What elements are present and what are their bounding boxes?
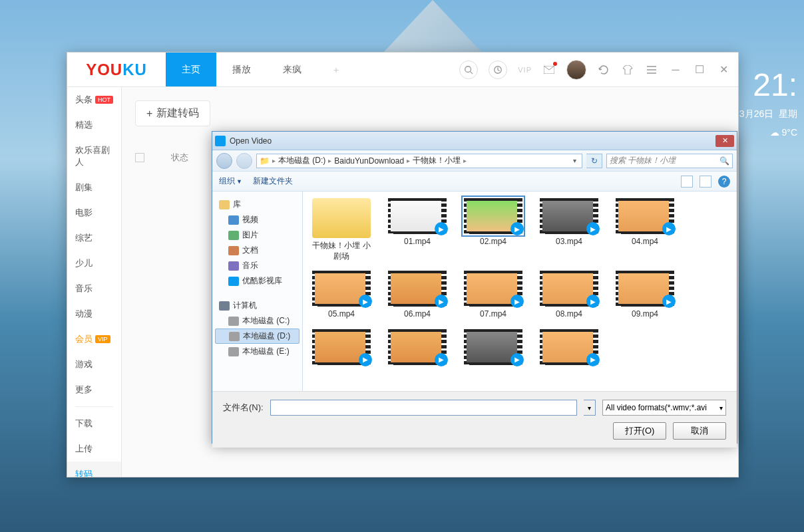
filename-dropdown[interactable]: ▾ [584, 400, 596, 416]
sidebar-item-kids[interactable]: 少儿 [67, 251, 121, 276]
dialog-footer: 文件名(N): ▾ All video formats(*.wmv;*.avi▾… [212, 391, 737, 448]
play-badge-icon: ▶ [586, 222, 600, 235]
tree-music[interactable]: 音乐 [215, 258, 300, 273]
file-item[interactable]: ▶06.mp4 [385, 271, 449, 320]
play-badge-icon: ▶ [435, 295, 448, 308]
filename-input[interactable] [270, 400, 577, 416]
tree-library[interactable]: 库 [215, 197, 300, 212]
sidebar-item-game[interactable]: 游戏 [67, 352, 121, 377]
sidebar-item-more[interactable]: 更多 [67, 377, 121, 402]
svg-point-0 [465, 66, 471, 72]
refresh-icon[interactable] [597, 63, 610, 76]
history-button[interactable] [489, 61, 507, 79]
file-item[interactable]: ▶07.mp4 [461, 271, 525, 320]
dialog-app-icon [215, 136, 226, 146]
file-item[interactable]: ▶ [461, 329, 525, 368]
file-item[interactable]: ▶08.mp4 [537, 271, 601, 320]
tab-home[interactable]: 主页 [166, 53, 216, 86]
dialog-navigation-bar: 📁 ▸ 本地磁盘 (D:) ▸ BaiduYunDownload ▸ 干物妹！小… [212, 150, 737, 172]
dialog-toolbar: 组织▼ 新建文件夹 ? [212, 172, 737, 192]
close-button[interactable]: ✕ [717, 63, 730, 76]
new-transcode-button[interactable]: +新建转码 [135, 100, 210, 126]
tree-computer[interactable]: 计算机 [215, 298, 300, 313]
play-badge-icon: ▶ [510, 295, 524, 308]
file-item[interactable]: ▶05.mp4 [309, 271, 373, 320]
youku-logo[interactable]: YOUKU [67, 61, 166, 79]
tab-laifeng[interactable]: 来疯 [267, 53, 317, 86]
youku-titlebar: YOUKU 主页 播放 来疯 + VIP ─ ☐ ✕ [67, 53, 738, 87]
breadcrumb-path[interactable]: 📁 ▸ 本地磁盘 (D:) ▸ BaiduYunDownload ▸ 干物妹！小… [256, 154, 582, 168]
sidebar-item-member[interactable]: 会员VIP [67, 327, 121, 352]
shirt-icon[interactable] [621, 63, 634, 76]
clock-time: 21: [739, 66, 797, 103]
breadcrumb-dropdown[interactable]: ▾ [570, 157, 579, 164]
sidebar-item-variety[interactable]: 综艺 [67, 225, 121, 251]
tree-youku-library[interactable]: 优酷影视库 [215, 273, 300, 289]
breadcrumb-item[interactable]: BaiduYunDownload [334, 156, 404, 166]
tree-document[interactable]: 文档 [215, 243, 300, 258]
organize-menu[interactable]: 组织▼ [219, 176, 242, 187]
tree-video[interactable]: 视频 [215, 212, 300, 227]
mail-icon[interactable] [542, 63, 556, 76]
file-item-selected[interactable]: ▶02.mp4 [461, 198, 525, 261]
open-button[interactable]: 打开(O) [613, 422, 666, 440]
help-icon[interactable]: ? [718, 176, 730, 188]
youku-sidebar: 头条HOT 精选 欢乐喜剧人 剧集 电影 综艺 少儿 音乐 动漫 会员VIP 游… [67, 87, 122, 477]
sidebar-item-movie[interactable]: 电影 [67, 200, 121, 225]
tab-add[interactable]: + [317, 53, 355, 86]
folder-icon: 📁 [260, 156, 270, 166]
file-item[interactable]: ▶ [537, 329, 601, 368]
preview-pane-button[interactable] [700, 176, 711, 188]
file-item[interactable]: ▶04.mp4 [613, 198, 677, 261]
vip-label[interactable]: VIP [518, 66, 532, 74]
file-item[interactable]: ▶ [385, 329, 449, 368]
sidebar-item-download[interactable]: 下载 [67, 411, 121, 436]
tree-disk-c[interactable]: 本地磁盘 (C:) [215, 313, 300, 329]
sidebar-item-anime[interactable]: 动漫 [67, 301, 121, 327]
nav-forward-button[interactable] [236, 153, 252, 169]
minimize-button[interactable]: ─ [669, 63, 682, 76]
play-badge-icon: ▶ [435, 222, 448, 235]
plus-icon: + [146, 108, 152, 120]
breadcrumb-item[interactable]: 干物妹！小埋 [413, 155, 461, 166]
nav-refresh-button[interactable]: ↻ [586, 154, 602, 168]
new-folder-button[interactable]: 新建文件夹 [253, 176, 293, 187]
maximize-button[interactable]: ☐ [693, 63, 706, 76]
file-type-filter[interactable]: All video formats(*.wmv;*.avi▾ [602, 400, 726, 416]
view-mode-button[interactable] [681, 176, 693, 188]
user-avatar[interactable] [566, 60, 586, 80]
sidebar-item-drama[interactable]: 剧集 [67, 175, 121, 200]
dialog-titlebar[interactable]: Open Video ✕ [212, 132, 737, 150]
file-item[interactable]: ▶01.mp4 [385, 198, 449, 261]
search-button[interactable] [459, 61, 478, 79]
menu-icon[interactable] [645, 63, 658, 76]
file-item[interactable]: ▶09.mp4 [613, 271, 677, 320]
sidebar-item-headlines[interactable]: 头条HOT [67, 87, 121, 112]
sidebar-item-featured[interactable]: 精选 [67, 112, 121, 138]
nav-back-button[interactable] [216, 153, 232, 169]
svg-line-1 [471, 71, 473, 74]
play-badge-icon: ▶ [586, 353, 600, 366]
tab-play[interactable]: 播放 [216, 53, 267, 86]
tree-disk-e[interactable]: 本地磁盘 (E:) [215, 344, 300, 359]
folder-item[interactable]: 干物妹！小埋 小剧场 [309, 198, 373, 261]
sidebar-item-transcode[interactable]: 转码 [67, 462, 121, 477]
desktop-clock-widget: 21: 3月26日 星期 ☁ 9°C [739, 66, 797, 138]
play-badge-icon: ▶ [662, 222, 676, 235]
cancel-button[interactable]: 取消 [673, 422, 726, 440]
tree-image[interactable]: 图片 [215, 227, 300, 243]
play-badge-icon: ▶ [662, 295, 676, 308]
breadcrumb-item[interactable]: 本地磁盘 (D:) [278, 155, 325, 166]
file-item[interactable]: ▶03.mp4 [537, 198, 601, 261]
play-badge-icon: ▶ [435, 353, 448, 366]
dialog-search-input[interactable]: 搜索 干物妹！小埋🔍 [606, 154, 733, 168]
file-item[interactable]: ▶ [309, 329, 373, 368]
select-all-checkbox[interactable] [135, 153, 144, 162]
sidebar-item-upload[interactable]: 上传 [67, 436, 121, 462]
dialog-close-button[interactable]: ✕ [715, 135, 734, 147]
sidebar-item-music[interactable]: 音乐 [67, 276, 121, 301]
sidebar-item-comedy[interactable]: 欢乐喜剧人 [67, 138, 121, 175]
play-badge-icon: ▶ [359, 353, 372, 366]
dialog-folder-tree: 库 视频 图片 文档 音乐 优酷影视库 计算机 本地磁盘 (C:) 本地磁盘 (… [212, 192, 303, 391]
tree-disk-d[interactable]: 本地磁盘 (D:) [215, 329, 300, 344]
